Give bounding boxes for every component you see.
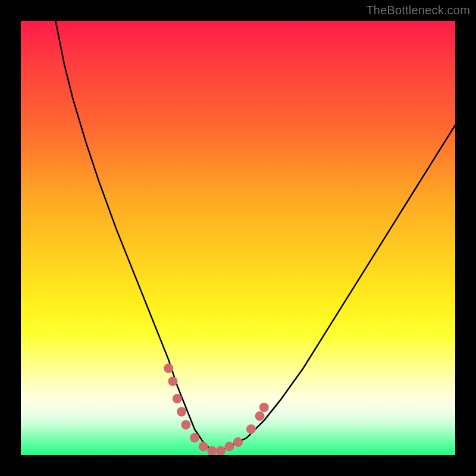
curve-marker xyxy=(181,420,190,430)
plot-area xyxy=(21,21,455,455)
curve-marker xyxy=(216,446,226,455)
curve-path xyxy=(55,21,455,451)
watermark-text: TheBottleneck.com xyxy=(366,4,470,17)
curve-marker xyxy=(255,411,265,421)
curve-marker xyxy=(173,394,182,403)
curve-marker xyxy=(177,407,186,416)
chart-frame: TheBottleneck.com xyxy=(0,0,476,476)
curve-marker xyxy=(168,377,178,386)
curve-marker xyxy=(246,424,256,434)
bottleneck-curve xyxy=(21,21,455,455)
curve-marker xyxy=(199,441,208,451)
curve-marker xyxy=(224,441,234,451)
curve-marker xyxy=(164,364,173,373)
curve-marker xyxy=(190,433,199,443)
curve-marker xyxy=(207,446,217,455)
curve-marker xyxy=(233,437,243,447)
curve-marker xyxy=(259,403,269,412)
